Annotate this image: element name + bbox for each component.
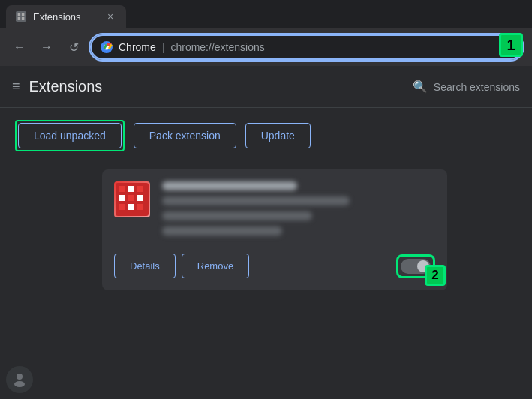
back-button[interactable]: ← — [9, 37, 30, 58]
card-footer-buttons: Details Remove — [114, 254, 249, 278]
extensions-toolbar: Load unpacked Pack extension Update — [0, 108, 532, 164]
address-bar[interactable]: Chrome | chrome://extensions — [90, 34, 523, 60]
svg-rect-10 — [137, 186, 143, 192]
extension-card: Details Remove 2 — [102, 170, 447, 290]
svg-rect-2 — [22, 14, 25, 16]
step-1-badge: 1 — [499, 33, 523, 57]
refresh-button[interactable]: ↺ — [63, 37, 84, 58]
tab-favicon — [15, 10, 27, 22]
forward-button[interactable]: → — [36, 37, 57, 58]
extension-name-blurred — [162, 182, 297, 190]
svg-rect-1 — [18, 14, 21, 16]
card-body — [114, 182, 435, 242]
chrome-logo-icon — [101, 41, 113, 53]
extension-version-blurred — [162, 226, 282, 236]
svg-rect-11 — [119, 195, 125, 201]
update-button[interactable]: Update — [245, 123, 311, 148]
header-left: ≡ Extensions — [12, 78, 102, 95]
tab-bar: Extensions × — [0, 0, 532, 28]
toggle-area: 2 — [396, 254, 435, 278]
svg-rect-4 — [22, 17, 25, 20]
extension-desc-line2-blurred — [162, 212, 312, 220]
card-footer: Details Remove 2 — [114, 254, 435, 278]
svg-rect-8 — [119, 186, 125, 192]
extension-icon — [114, 182, 150, 218]
page-title: Extensions — [29, 78, 103, 95]
svg-rect-9 — [128, 186, 134, 192]
address-domain: Chrome — [119, 41, 156, 53]
svg-rect-14 — [119, 204, 125, 210]
watermark — [6, 366, 33, 393]
svg-rect-13 — [137, 195, 143, 201]
extensions-content: Details Remove 2 — [0, 164, 532, 399]
hamburger-menu-icon[interactable]: ≡ — [12, 79, 20, 94]
svg-rect-3 — [18, 17, 21, 20]
load-unpacked-button[interactable]: Load unpacked — [18, 123, 122, 148]
address-path: chrome://extensions — [170, 41, 264, 53]
svg-rect-15 — [128, 204, 134, 210]
tab-close-button[interactable]: × — [104, 10, 117, 23]
svg-rect-16 — [137, 204, 143, 210]
svg-rect-0 — [16, 11, 26, 22]
watermark-icon — [6, 366, 33, 393]
pack-extension-button[interactable]: Pack extension — [134, 123, 236, 148]
load-unpacked-highlight: Load unpacked — [15, 120, 125, 152]
address-bar-row: ← → ↺ Chrome | chrome://extensions — [0, 28, 532, 66]
extensions-page: ≡ Extensions 🔍 Search extensions Load un… — [0, 66, 532, 399]
extension-desc-line1-blurred — [162, 196, 350, 206]
address-separator: | — [162, 41, 165, 53]
svg-rect-12 — [128, 195, 134, 201]
browser-chrome: Extensions × ← → ↺ Chrome | chrome://ext… — [0, 0, 532, 66]
remove-button[interactable]: Remove — [182, 254, 249, 278]
extensions-header: ≡ Extensions 🔍 Search extensions — [0, 66, 532, 108]
details-button[interactable]: Details — [114, 254, 176, 278]
active-tab[interactable]: Extensions × — [6, 5, 126, 28]
tab-title: Extensions — [33, 11, 98, 22]
svg-point-18 — [14, 381, 25, 387]
search-area[interactable]: 🔍 Search extensions — [413, 80, 520, 94]
search-placeholder: Search extensions — [434, 81, 520, 93]
search-icon: 🔍 — [413, 80, 428, 94]
step-2-badge: 2 — [425, 265, 446, 286]
extension-info — [162, 182, 435, 242]
svg-point-17 — [17, 374, 23, 380]
